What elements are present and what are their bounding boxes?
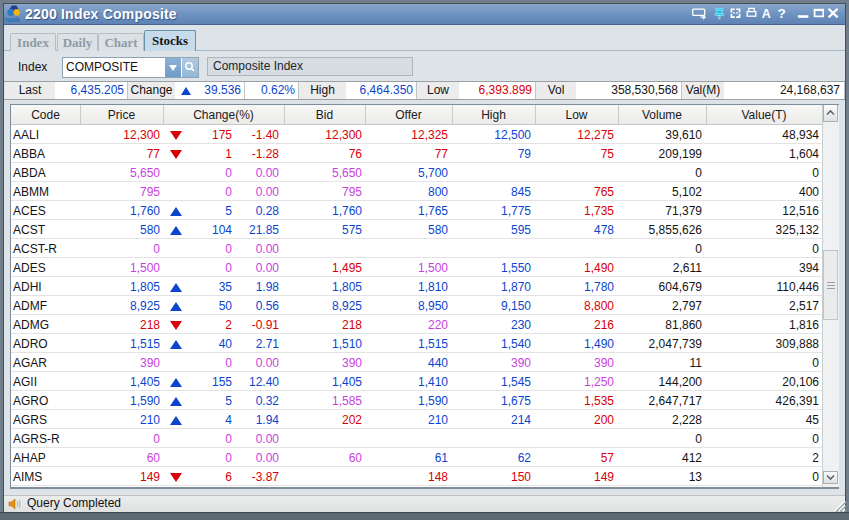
svg-text:?: ?	[778, 7, 786, 20]
svg-text:naik: naik	[5, 15, 21, 23]
svg-text:A: A	[762, 7, 771, 20]
